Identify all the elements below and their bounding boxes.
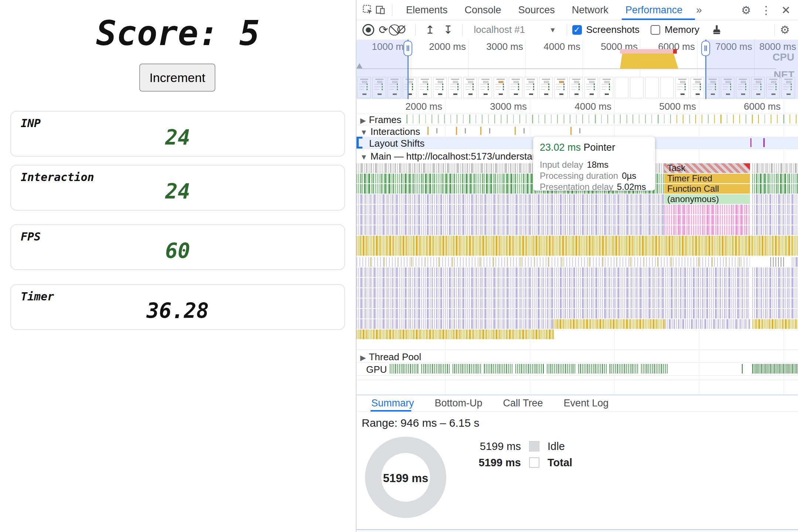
filmstrip-thumbnail[interactable] [494,77,507,98]
timeline-overview[interactable]: 1000 ms2000 ms3000 ms4000 ms5000 ms6000 … [357,40,798,99]
gpu-tick [635,364,636,374]
filmstrip-thumbnail[interactable] [645,77,659,98]
kebab-menu-icon[interactable]: ⋮ [761,4,772,17]
filmstrip-thumbnail[interactable] [615,77,628,98]
interactions-track[interactable]: ▼Interactions [357,125,798,137]
gpu-tick [785,364,785,374]
selection-handle-right[interactable]: ‖ [701,41,710,56]
tab-performance[interactable]: Performance [617,0,691,20]
thumb-green-value [488,89,489,90]
reload-and-record-icon[interactable]: ⟳ [374,23,392,36]
filmstrip-thumbnail[interactable] [690,77,704,98]
device-toolbar-icon[interactable] [374,4,387,16]
settings-gear-icon[interactable]: ⚙ [741,4,751,17]
expand-arrow-icon[interactable]: ▼ [360,153,368,161]
thumb-line [420,84,427,85]
thumb-timer-value [423,93,427,95]
tab-network[interactable]: Network [563,0,617,20]
save-profile-icon[interactable]: ↧ [439,23,457,36]
selection-handle-left[interactable]: ‖ [403,41,412,56]
frames-track[interactable]: ▶Frames [357,113,798,125]
thumb-line [586,86,592,87]
gpu-tick [589,364,590,374]
frame-tick [683,115,683,123]
layout-shifts-track-label[interactable]: Layout Shifts [369,138,424,149]
expand-arrow-icon[interactable]: ▼ [360,128,368,136]
ruler-time-label: 2000 ms [405,101,445,112]
summary-range-text: Range: 946 ms – 6.15 s [362,417,480,429]
gpu-tick [528,364,529,374]
thumb-line [420,89,424,90]
gpu-tick [624,364,625,374]
main-track-label[interactable]: ▼Main — http://localhost:5173/understand… [360,151,556,162]
capture-settings-gear-icon[interactable]: ⚙ [780,23,790,36]
thumb-green-value [533,86,534,88]
filmstrip-thumbnail[interactable] [584,77,598,98]
chevron-down-icon[interactable]: ▾ [544,25,561,35]
tab-event-log[interactable]: Event Log [564,395,609,411]
collapse-arrow-icon[interactable]: ▶ [360,116,366,125]
screenshots-checkbox[interactable]: ✓ [572,25,582,35]
flame-event-func[interactable]: Function Call [664,184,750,194]
inspect-element-icon[interactable] [362,4,374,16]
filmstrip-thumbnail[interactable] [630,77,644,98]
filmstrip-thumbnail[interactable] [524,77,538,98]
gpu-tick [517,364,518,374]
filmstrip-thumbnail[interactable] [539,77,553,98]
filmstrip-thumbnail[interactable] [600,77,613,98]
flame-event-anon[interactable]: (anonymous) [664,194,750,204]
frames-track-label[interactable]: ▶Frames [360,114,402,126]
gpu-tick [515,364,516,374]
close-devtools-icon[interactable]: ✕ [781,4,791,17]
filmstrip-thumbnail[interactable] [675,77,689,98]
gpu-track[interactable]: GPU [357,362,798,376]
gpu-track-label[interactable]: GPU [366,364,387,375]
filmstrip-thumbnail[interactable] [418,77,432,98]
gpu-tick [484,364,485,374]
selected-track-bracket [357,137,360,149]
filmstrip-thumbnail[interactable] [569,77,583,98]
gpu-tick [597,364,597,374]
thumb-title-line [436,79,444,80]
flame-event-task[interactable]: Task [664,163,750,173]
record-icon[interactable] [362,24,374,36]
filmstrip-thumbnail[interactable] [554,77,568,98]
more-tabs-icon[interactable]: » [691,4,707,16]
load-profile-icon[interactable]: ↥ [421,23,439,36]
tab-console[interactable]: Console [456,0,510,20]
increment-button[interactable]: Increment [139,64,215,92]
gpu-tick [539,364,540,374]
flame-event-timer[interactable]: Timer Fired [664,174,750,183]
tab-sources[interactable]: Sources [510,0,563,20]
history-dropdown[interactable]: localhost #1 [474,24,544,35]
thread-pool-track[interactable]: ▶Thread Pool [357,349,798,363]
divider [357,529,798,530]
tooltip-row: Processing duration0µs [540,170,648,181]
interactions-track-label[interactable]: ▼Interactions [360,126,420,137]
gpu-tick [779,364,780,374]
tab-call-tree[interactable]: Call Tree [503,395,543,411]
tab-elements[interactable]: Elements [398,0,456,20]
filmstrip-thumbnail[interactable] [478,77,492,98]
thumb-green-value [594,83,595,85]
gpu-tick [458,364,459,374]
metric-value: 24 [11,180,344,204]
memory-checkbox[interactable] [651,25,660,35]
collect-garbage-icon[interactable] [710,24,723,36]
interaction-whisker [427,127,429,135]
frame-tick [632,115,633,123]
filmstrip-thumbnail[interactable] [660,77,674,98]
filmstrip-thumbnail[interactable] [433,77,447,98]
tab-bottom-up[interactable]: Bottom-Up [435,395,482,411]
thread-pool-track-label[interactable]: ▶Thread Pool [360,351,421,363]
filmstrip-thumbnail[interactable] [463,77,477,98]
collapse-arrow-icon[interactable]: ▶ [360,354,366,362]
gpu-tick [771,364,772,374]
gpu-tick [425,364,426,374]
clear-recording-icon[interactable]: ⃠⃠∅ [392,23,410,36]
tab-summary[interactable]: Summary [371,395,414,411]
flame-activity-strip [752,194,798,204]
gpu-tick [567,364,568,374]
filmstrip-thumbnail[interactable] [448,77,462,98]
filmstrip-thumbnail[interactable] [509,77,522,98]
